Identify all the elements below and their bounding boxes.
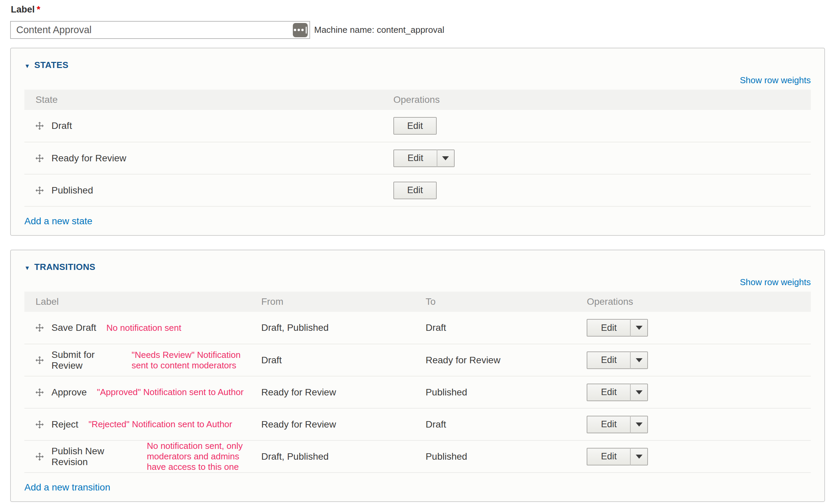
transition-to: Draft (414, 408, 575, 440)
transition-from: Draft, Published (250, 312, 415, 344)
label-input[interactable] (10, 21, 310, 39)
edit-button[interactable]: Edit (393, 150, 437, 167)
transition-to: Published (414, 376, 575, 408)
drag-handle-icon[interactable] (36, 388, 44, 396)
edit-button[interactable]: Edit (587, 351, 630, 369)
transition-to: Draft (414, 312, 575, 344)
edit-dropdown-toggle[interactable] (630, 319, 648, 337)
state-label: Draft (51, 120, 72, 131)
annotation-text: "Approved" Notification sent to Author (97, 387, 243, 397)
label-field-row: Machine name: content_approval (10, 21, 825, 39)
transition-row-reject: Reject "Rejected" Notification sent to A… (24, 408, 811, 440)
cursor-icon (306, 27, 307, 33)
edit-split-button: Edit (393, 150, 455, 167)
edit-button[interactable]: Edit (587, 416, 630, 433)
annotation-text: "Rejected" Notification sent to Author (88, 419, 232, 430)
label-field-label: Label* (11, 4, 825, 15)
transition-from: Draft (250, 344, 415, 376)
show-row-weights-link[interactable]: Show row weights (740, 277, 811, 287)
states-fieldset: STATES Show row weights State Operations… (10, 48, 825, 236)
label-textfield-wrapper (10, 21, 310, 39)
drag-handle-icon[interactable] (36, 453, 44, 461)
transition-label: Save Draft (51, 322, 96, 333)
edit-dropdown-toggle[interactable] (437, 150, 455, 167)
workflow-edit-page: Label* Machine name: content_approval ST… (0, 0, 826, 502)
transitions-title: TRANSITIONS (34, 262, 95, 272)
transition-label: Reject (51, 419, 78, 430)
edit-dropdown-toggle[interactable] (630, 351, 648, 369)
transition-label: Submit for Review (51, 349, 122, 371)
transitions-header-operations: Operations (575, 292, 811, 312)
chevron-down-icon (442, 156, 449, 160)
annotation-text: No notification sent (106, 323, 181, 333)
transition-row-save-draft: Save Draft No notification sent Draft, P… (24, 312, 811, 344)
edit-split-button: Edit (587, 351, 648, 369)
chevron-down-icon (636, 422, 643, 427)
states-legend[interactable]: STATES (24, 60, 68, 70)
collapse-caret-icon (24, 262, 30, 271)
edit-button[interactable]: Edit (393, 182, 437, 199)
transition-row-publish-new-revision: Publish New Revision No notification sen… (24, 440, 811, 473)
edit-button[interactable]: Edit (393, 117, 437, 135)
transitions-legend[interactable]: TRANSITIONS (24, 262, 95, 272)
transition-row-submit-for-review: Submit for Review "Needs Review" Notific… (24, 344, 811, 376)
transitions-table: Label From To Operations Save Draft No n… (24, 292, 811, 473)
add-new-transition-link[interactable]: Add a new transition (24, 482, 110, 493)
edit-button[interactable]: Edit (587, 448, 630, 465)
drag-handle-icon[interactable] (36, 186, 44, 194)
edit-dropdown-toggle[interactable] (630, 448, 648, 465)
chevron-down-icon (636, 358, 643, 362)
annotation-text: No notification sent, only moderators an… (147, 441, 250, 472)
drag-handle-icon[interactable] (36, 324, 44, 332)
transitions-fieldset: TRANSITIONS Show row weights Label From … (10, 250, 825, 502)
transitions-header-from: From (250, 292, 415, 312)
transition-row-approve: Approve "Approved" Notification sent to … (24, 376, 811, 408)
transition-label: Approve (51, 387, 87, 398)
transition-from: Ready for Review (250, 408, 415, 440)
label-text: Label (11, 4, 35, 15)
transitions-header-row: Label From To Operations (24, 292, 811, 312)
drag-handle-icon[interactable] (36, 356, 44, 364)
edit-split-button: Edit (587, 448, 648, 465)
edit-split-button: Edit (587, 384, 648, 401)
state-label: Ready for Review (51, 153, 126, 164)
state-label: Published (51, 185, 93, 196)
drag-handle-icon[interactable] (36, 420, 44, 429)
states-header-row: State Operations (24, 90, 811, 110)
required-marker: * (37, 4, 41, 15)
edit-button[interactable]: Edit (587, 319, 630, 337)
edit-button[interactable]: Edit (587, 384, 630, 401)
transition-to: Published (414, 440, 575, 473)
transitions-header-label: Label (24, 292, 250, 312)
edit-dropdown-toggle[interactable] (630, 384, 648, 401)
transition-label: Publish New Revision (51, 446, 139, 467)
states-table: State Operations Draft Edit Ready for Re… (24, 90, 811, 207)
transition-from: Draft, Published (250, 440, 415, 473)
machine-name-text: Machine name: content_approval (314, 25, 444, 35)
transitions-row-weights: Show row weights (24, 277, 811, 288)
machine-name-edit-button[interactable] (293, 23, 308, 37)
transitions-header-to: To (414, 292, 575, 312)
states-header-state: State (24, 90, 382, 110)
edit-dropdown-toggle[interactable] (630, 416, 648, 433)
show-row-weights-link[interactable]: Show row weights (740, 75, 811, 85)
state-row-ready-for-review: Ready for Review Edit (24, 142, 811, 174)
edit-split-button: Edit (587, 319, 648, 337)
states-row-weights: Show row weights (24, 75, 811, 86)
chevron-down-icon (636, 390, 643, 394)
state-row-published: Published Edit (24, 174, 811, 206)
transition-from: Ready for Review (250, 376, 415, 408)
chevron-down-icon (636, 326, 643, 330)
collapse-caret-icon (24, 61, 30, 69)
add-new-state-link[interactable]: Add a new state (24, 215, 92, 227)
ellipsis-icon (294, 29, 296, 31)
states-title: STATES (34, 60, 68, 70)
chevron-down-icon (636, 455, 643, 459)
states-header-operations: Operations (382, 90, 811, 110)
transition-to: Ready for Review (414, 344, 575, 376)
state-row-draft: Draft Edit (24, 110, 811, 142)
drag-handle-icon[interactable] (36, 154, 44, 162)
edit-split-button: Edit (587, 416, 648, 433)
annotation-text: "Needs Review" Notification sent to cont… (132, 350, 250, 371)
drag-handle-icon[interactable] (36, 122, 44, 130)
